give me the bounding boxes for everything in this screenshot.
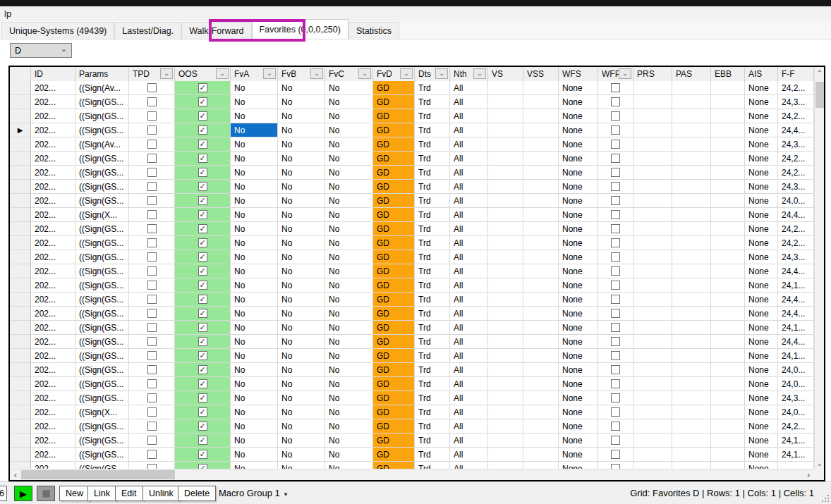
wfp-checkbox[interactable]: [611, 450, 620, 459]
grid-cell-dts[interactable]: Trd: [415, 123, 450, 137]
grid-cell-pas[interactable]: [672, 448, 711, 462]
grid-cell-pas[interactable]: [672, 250, 711, 264]
grid-cell-fvc[interactable]: No: [325, 137, 373, 152]
grid-cell-ff[interactable]: 24,4...: [778, 293, 814, 307]
grid-cell-fvd[interactable]: GD: [373, 419, 415, 434]
grid-cell-dts[interactable]: Trd: [415, 81, 450, 95]
grid-cell-params[interactable]: ((Sign(GS...: [75, 335, 129, 349]
grid-cell-fvc[interactable]: No: [325, 208, 373, 222]
grid-cell-vss[interactable]: [523, 250, 559, 264]
grid-cell-tpd[interactable]: [129, 363, 175, 377]
row-selector[interactable]: [10, 250, 31, 264]
filter-chevron-down-icon[interactable]: ⌄: [435, 68, 448, 79]
grid-cell-fva[interactable]: No: [231, 180, 278, 194]
grid-cell-fvd[interactable]: GD: [373, 180, 415, 194]
grid-cell-fva[interactable]: No: [231, 377, 278, 391]
grid-cell-params[interactable]: ((Sign(GS...: [75, 109, 129, 123]
grid-cell-ff[interactable]: [778, 462, 814, 469]
grid-cell-params[interactable]: ((Sign(GS...: [75, 419, 129, 434]
filter-chevron-down-icon[interactable]: ⌄: [473, 68, 486, 79]
grid-cell-vs[interactable]: [488, 208, 523, 222]
grid-cell-params[interactable]: ((Sign(GS...: [75, 123, 129, 137]
tpd-checkbox[interactable]: [147, 464, 157, 469]
stop-button[interactable]: [37, 486, 55, 501]
oos-checkbox[interactable]: ✓: [198, 83, 207, 92]
grid-cell-fvc[interactable]: No: [325, 293, 373, 307]
grid-cell-dts[interactable]: Trd: [415, 419, 450, 434]
oos-checkbox[interactable]: ✓: [198, 111, 207, 121]
row-selector[interactable]: [10, 434, 31, 448]
grid-cell-fvd[interactable]: GD: [373, 405, 415, 419]
grid-cell-fva[interactable]: No: [231, 194, 278, 208]
grid-cell-fvc[interactable]: No: [325, 363, 373, 377]
grid-cell-ff[interactable]: 24,4...: [778, 123, 814, 137]
tpd-checkbox[interactable]: [147, 210, 157, 219]
oos-checkbox[interactable]: ✓: [198, 281, 207, 290]
grid-cell-vs[interactable]: [488, 123, 523, 137]
tab-walk-forward[interactable]: Walk-Forward: [181, 22, 251, 39]
grid-cell-ebb[interactable]: [711, 363, 745, 377]
grid-cell-fvb[interactable]: No: [278, 405, 325, 419]
grid-cell-tpd[interactable]: [129, 250, 175, 264]
grid-cell-fvd[interactable]: GD: [373, 123, 415, 137]
grid-cell-nth[interactable]: All: [450, 321, 488, 335]
grid-cell-fvb[interactable]: No: [278, 236, 325, 250]
grid-cell-wfs[interactable]: None: [559, 448, 598, 462]
tpd-checkbox[interactable]: [147, 450, 157, 459]
wfp-checkbox[interactable]: [611, 210, 620, 219]
grid-cell-fva[interactable]: No: [231, 335, 278, 349]
grid-cell-tpd[interactable]: [129, 321, 175, 335]
oos-checkbox[interactable]: ✓: [198, 210, 207, 219]
row-selector[interactable]: [10, 419, 31, 434]
grid-cell-fvc[interactable]: No: [325, 81, 373, 95]
grid-cell-vs[interactable]: [488, 419, 523, 434]
column-header-dts[interactable]: Dts⌄: [415, 67, 450, 81]
grid-cell-prs[interactable]: [633, 419, 672, 434]
wfp-checkbox[interactable]: [611, 393, 620, 402]
wfp-checkbox[interactable]: [611, 422, 620, 431]
grid-cell-fvc[interactable]: No: [325, 222, 373, 236]
grid-cell-dts[interactable]: Trd: [415, 448, 450, 462]
tpd-checkbox[interactable]: [147, 111, 157, 121]
grid-cell-tpd[interactable]: [129, 208, 175, 222]
grid-cell-fvb[interactable]: No: [278, 307, 325, 321]
grid-cell-vss[interactable]: [523, 222, 559, 236]
grid-cell-fvc[interactable]: No: [325, 391, 373, 405]
grid-cell-oos[interactable]: ✓: [175, 95, 231, 109]
grid-cell-oos[interactable]: ✓: [175, 391, 231, 405]
grid-cell-prs[interactable]: [633, 293, 672, 307]
grid-cell-fva[interactable]: No: [231, 434, 278, 448]
grid-cell-vss[interactable]: [523, 278, 559, 293]
grid-cell-vs[interactable]: [488, 448, 523, 462]
grid-cell-ais[interactable]: None: [745, 377, 778, 391]
grid-cell-nth[interactable]: All: [450, 137, 488, 152]
grid-cell-wfs[interactable]: None: [559, 405, 598, 419]
grid-cell-prs[interactable]: [633, 405, 672, 419]
grid-cell-wfp[interactable]: [598, 194, 633, 208]
vertical-scrollbar-thumb[interactable]: [815, 82, 824, 108]
grid-cell-fvd[interactable]: GD: [373, 349, 415, 363]
grid-cell-vss[interactable]: [523, 95, 559, 109]
grid-cell-oos[interactable]: ✓: [175, 321, 231, 335]
scroll-down-icon[interactable]: ⌄: [815, 457, 824, 469]
grid-cell-pas[interactable]: [672, 264, 711, 278]
grid-cell-fvd[interactable]: GD: [373, 321, 415, 335]
grid-cell-dts[interactable]: Trd: [415, 208, 450, 222]
grid-cell-dts[interactable]: Trd: [415, 462, 450, 469]
grid-cell-fvb[interactable]: No: [278, 123, 325, 137]
grid-cell-ff[interactable]: 24,1...: [778, 321, 814, 335]
tpd-checkbox[interactable]: [147, 266, 157, 276]
grid-cell-ebb[interactable]: [711, 194, 745, 208]
grid-cell-tpd[interactable]: [129, 81, 175, 95]
grid-cell-dts[interactable]: Trd: [415, 250, 450, 264]
grid-cell-fva[interactable]: No: [231, 250, 278, 264]
grid-cell-fva[interactable]: No: [231, 236, 278, 250]
grid-cell-vss[interactable]: [523, 419, 559, 434]
grid-cell-ebb[interactable]: [711, 166, 745, 180]
grid-cell-vs[interactable]: [488, 363, 523, 377]
scroll-up-icon[interactable]: ⌃: [815, 67, 824, 78]
grid-cell-fvd[interactable]: GD: [373, 208, 415, 222]
grid-cell-prs[interactable]: [633, 81, 672, 95]
grid-cell-params[interactable]: ((Sign(GS...: [75, 166, 129, 180]
tpd-checkbox[interactable]: [147, 309, 157, 318]
